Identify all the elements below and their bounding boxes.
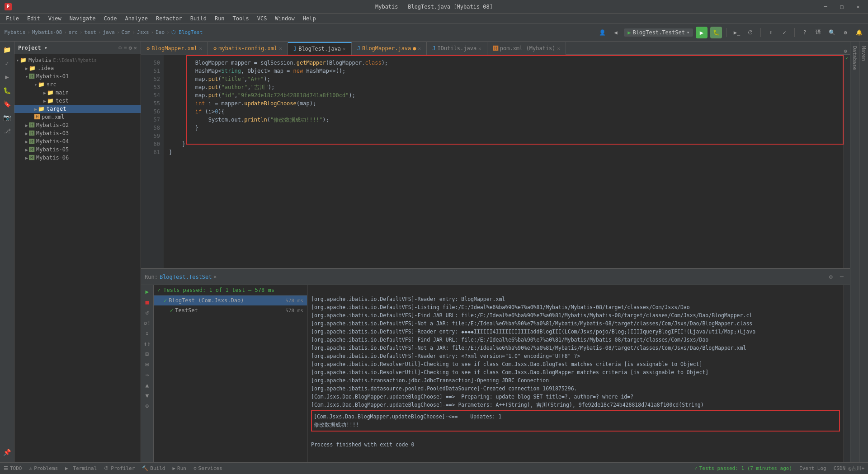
rerun-btn[interactable]: ↺ bbox=[143, 308, 152, 317]
sort2-btn[interactable]: ↕↕ bbox=[143, 339, 152, 348]
menu-run[interactable]: Run bbox=[211, 14, 228, 23]
camera-icon[interactable]: 📷 bbox=[1, 111, 14, 124]
close-btn[interactable]: ✕ bbox=[853, 1, 863, 12]
filter-btn[interactable]: ⇒ bbox=[143, 370, 152, 379]
expand-btn[interactable]: ⊞ bbox=[143, 349, 152, 358]
tree-mybatis-04[interactable]: ▶ 🅼 Mybatis-04 bbox=[14, 137, 141, 145]
problems-btn[interactable]: ⚠ Problems bbox=[29, 465, 58, 471]
test-result-testset[interactable]: ✓ TestSet 578 ms bbox=[154, 305, 307, 315]
bookmark-icon[interactable]: 🔖 bbox=[1, 98, 14, 110]
menu-analyze[interactable]: Analyze bbox=[121, 14, 151, 23]
tree-mybatis-05[interactable]: ▶ 🅼 Mybatis-05 bbox=[14, 145, 141, 154]
database-panel[interactable]: Database bbox=[850, 42, 859, 462]
run-button[interactable]: ▶ bbox=[696, 27, 708, 38]
pin-icon[interactable]: 📌 bbox=[1, 446, 14, 459]
settings-gear[interactable]: ⚙ bbox=[841, 48, 850, 55]
menu-vcs[interactable]: VCS bbox=[254, 14, 271, 23]
minimize-btn[interactable]: ─ bbox=[820, 1, 831, 12]
tab-idutils-java[interactable]: J IDutils.java ✕ bbox=[427, 42, 487, 55]
run-tab-close[interactable]: ✕ bbox=[214, 274, 217, 280]
tree-pom-xml[interactable]: 🅼 pom.xml bbox=[14, 113, 141, 121]
tree-mybatis-01[interactable]: ▾ 🅼 Mybatis-01 bbox=[14, 72, 141, 80]
tree-mybatis-06[interactable]: ▶ 🅼 Mybatis-06 bbox=[14, 154, 141, 162]
tab-pom-xml[interactable]: 🅼 pom.xml (Mybatis) ✕ bbox=[487, 42, 566, 55]
debug-icon[interactable]: 🐛 bbox=[1, 84, 14, 97]
tab-blogmapper-xml[interactable]: ⚙ BlogMapper.xml ✕ bbox=[141, 42, 208, 55]
test-result-blogtest[interactable]: ✓ BlogTest (Com.Jsxs.Dao) 578 ms bbox=[154, 296, 307, 305]
run-tab-blogtest[interactable]: BlogTest.TestSet bbox=[160, 274, 212, 280]
tab-blogmapper-java[interactable]: J BlogMapper.java ● ✕ bbox=[352, 42, 427, 55]
collapse-btn[interactable]: ⊟ bbox=[143, 360, 152, 369]
tree-mybatis-02[interactable]: ▶ 🅼 Mybatis-02 bbox=[14, 121, 141, 129]
vcs-update-btn[interactable]: ⬆ bbox=[765, 27, 776, 38]
menu-tools[interactable]: Tools bbox=[229, 14, 253, 23]
project-icon[interactable]: 📁 bbox=[1, 43, 14, 56]
breadcrumb-item[interactable]: ⬡ BlogTest bbox=[171, 29, 203, 35]
build-btn[interactable]: 🔨 Build bbox=[142, 465, 165, 471]
translate-btn[interactable]: 译 bbox=[813, 27, 824, 38]
toolbar-back[interactable]: ◀ bbox=[610, 27, 621, 38]
menu-build[interactable]: Build bbox=[187, 14, 210, 23]
tree-main[interactable]: ▶ 📁 main bbox=[14, 89, 141, 97]
settings-btn[interactable]: ⚙ bbox=[840, 27, 851, 38]
sort-btn[interactable]: ↕ bbox=[143, 329, 152, 338]
vcs-commit-btn[interactable]: ✓ bbox=[779, 27, 790, 38]
run-btn-status[interactable]: ▶ Run bbox=[172, 465, 186, 471]
stop-btn[interactable]: ■ bbox=[143, 297, 152, 306]
debug-button[interactable]: 🐛 bbox=[710, 27, 722, 38]
run-config-selector[interactable]: ▶ BlogTest.TestSet ▾ bbox=[624, 28, 693, 37]
tab-blogtest-java[interactable]: J BlogTest.java ✕ bbox=[288, 42, 352, 55]
todo-btn[interactable]: ☰ TODO bbox=[4, 465, 22, 471]
menu-view[interactable]: View bbox=[45, 14, 65, 23]
tab-mybatis-config[interactable]: ⚙ mybatis-config.xml ✕ bbox=[208, 42, 288, 55]
menu-help[interactable]: Help bbox=[299, 14, 320, 23]
toolbar-avatar[interactable]: 👤 bbox=[597, 27, 608, 38]
services-btn[interactable]: ⚙ Services bbox=[193, 465, 222, 471]
project-close-btn[interactable]: ✕ bbox=[134, 45, 137, 51]
tree-mybatis-03[interactable]: ▶ 🅼 Mybatis-03 bbox=[14, 129, 141, 137]
help-btn[interactable]: ? bbox=[799, 27, 810, 38]
code-editor[interactable]: 50 51 52 53 54 55 56 57 58 59 60 61 bbox=[141, 55, 850, 268]
menu-refactor[interactable]: Refactor bbox=[152, 14, 186, 23]
breadcrumb-item[interactable]: test bbox=[84, 29, 96, 35]
menu-code[interactable]: Code bbox=[100, 14, 121, 23]
event-log-btn[interactable]: Event Log bbox=[799, 465, 826, 471]
settings-run-btn[interactable]: ⚙ bbox=[826, 272, 835, 282]
menu-window[interactable]: Window bbox=[271, 14, 298, 23]
tree-target[interactable]: ▶ 📁 target bbox=[14, 105, 141, 113]
maximize-btn[interactable]: □ bbox=[836, 1, 847, 12]
search-btn[interactable]: 🔍 bbox=[826, 27, 837, 38]
breadcrumb-item[interactable]: Jsxs bbox=[137, 29, 149, 35]
export-btn[interactable]: ⊕ bbox=[143, 401, 152, 410]
terminal-btn[interactable]: ▶_ Terminal bbox=[65, 465, 97, 471]
coverage-btn[interactable]: ▶̲ bbox=[731, 27, 742, 38]
run-icon[interactable]: ▶ bbox=[1, 70, 14, 83]
project-collapse-btn[interactable]: ≡ bbox=[123, 45, 127, 51]
maven-panel[interactable]: Maven bbox=[859, 42, 868, 462]
minimize-panel-btn[interactable]: ─ bbox=[837, 272, 846, 282]
breadcrumb-item[interactable]: src bbox=[69, 29, 78, 35]
tree-root[interactable]: ▾ 📁 Mybatis E:\Ideal\Mybatis bbox=[14, 56, 141, 64]
breadcrumb-item[interactable]: Com bbox=[122, 29, 131, 35]
breadcrumb-item[interactable]: Mybatis-08 bbox=[32, 29, 62, 35]
menu-edit[interactable]: Edit bbox=[24, 14, 44, 23]
menu-navigate[interactable]: Navigate bbox=[66, 14, 99, 23]
notification-btn[interactable]: 🔔 bbox=[854, 27, 864, 38]
breadcrumb-item[interactable]: java bbox=[103, 29, 115, 35]
menu-file[interactable]: File bbox=[2, 14, 23, 23]
commit-icon[interactable]: ✓ bbox=[1, 57, 14, 70]
console-output[interactable]: [org.apache.ibatis.io.DefaultVFS]-Reader… bbox=[307, 285, 844, 462]
profiler-btn[interactable]: ⏱ bbox=[745, 27, 756, 38]
tree-idea[interactable]: ▶ 📁 .idea bbox=[14, 64, 141, 72]
tree-mybatis-01-src[interactable]: ▾ 📁 src bbox=[14, 80, 141, 89]
breadcrumb-item[interactable]: Dao bbox=[156, 29, 165, 35]
next-test-btn[interactable]: ▼ bbox=[143, 391, 152, 400]
code-content[interactable]: BlogMapper mapper = sqlSession.getMapper… bbox=[164, 55, 844, 160]
play-btn[interactable]: ▶ bbox=[143, 287, 152, 296]
tree-test[interactable]: ▶ 📁 test bbox=[14, 97, 141, 105]
rerun-failed-btn[interactable]: ↺! bbox=[143, 318, 152, 327]
git-icon[interactable]: ⎇ bbox=[1, 125, 14, 137]
project-settings-btn[interactable]: ⚙ bbox=[129, 45, 132, 51]
profiler-btn-status[interactable]: ⏱ Profiler bbox=[104, 465, 135, 471]
prev-test-btn[interactable]: ▲ bbox=[143, 380, 152, 390]
